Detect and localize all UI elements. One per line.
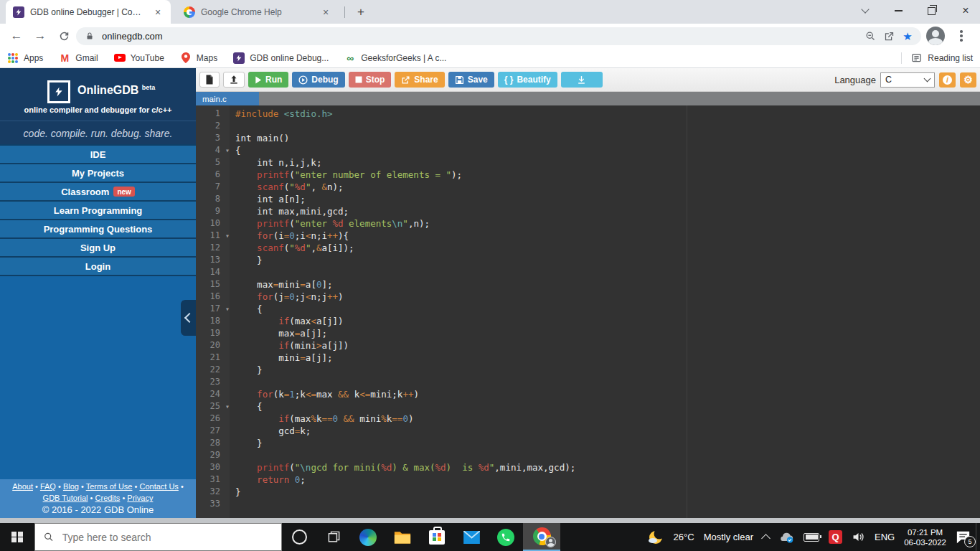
bookmark-youtube[interactable]: YouTube	[114, 52, 164, 64]
bookmark-gdb[interactable]: GDB online Debug...	[233, 52, 329, 64]
address-bar[interactable]: onlinegdb.com ★	[76, 27, 921, 45]
gutter-line-number[interactable]: 17▾	[196, 303, 230, 315]
code-line[interactable]: if(max<a[j])	[235, 315, 980, 327]
sidebar-item-classroom[interactable]: Classroomnew	[0, 182, 196, 200]
code-line[interactable]	[235, 376, 980, 388]
code-line[interactable]: printf("\ngcd for mini(%d) & max(%d) is …	[235, 461, 980, 474]
code-line[interactable]: for(k=1;k<=max && k<=mini;k++)	[235, 388, 980, 400]
debug-button[interactable]: Debug	[292, 72, 344, 88]
code-line[interactable]: mini=a[j];	[235, 352, 980, 364]
gutter-line-number[interactable]: 21	[196, 352, 230, 364]
profile-avatar[interactable]	[926, 27, 945, 45]
gutter-line-number[interactable]: 12	[196, 242, 230, 254]
sidebar-item-my-projects[interactable]: My Projects	[0, 163, 196, 182]
sidebar-footer-link[interactable]: GDB Tutorial	[43, 494, 88, 502]
gutter-line-number[interactable]: 2	[196, 120, 230, 132]
whatsapp-button[interactable]	[489, 523, 523, 551]
beautify-button[interactable]: { } Beautify	[498, 72, 557, 88]
sidebar-item-sign-up[interactable]: Sign Up	[0, 237, 196, 256]
code-line[interactable]: }	[235, 364, 980, 376]
sidebar-footer-link[interactable]: Credits	[95, 494, 121, 502]
sidebar-item-programming-questions[interactable]: Programming Questions	[0, 219, 196, 237]
bookmark-gmail[interactable]: M Gmail	[59, 52, 98, 64]
gutter-line-number[interactable]: 25▾	[196, 400, 230, 413]
code-line[interactable]	[235, 449, 980, 461]
editor-gutter[interactable]: 1234▾567891011▾121314151617▾181920212223…	[196, 105, 230, 518]
stop-button[interactable]: Stop	[349, 72, 392, 88]
gutter-line-number[interactable]: 13	[196, 254, 230, 266]
gutter-line-number[interactable]: 14	[196, 266, 230, 278]
code-line[interactable]: printf("enter %d elements\n",n);	[235, 217, 980, 230]
code-line[interactable]: {	[235, 303, 980, 315]
save-button[interactable]: Save	[448, 72, 494, 88]
language-select[interactable]: C	[880, 72, 935, 88]
gutter-line-number[interactable]: 23	[196, 376, 230, 388]
temperature-text[interactable]: 26°C	[674, 532, 694, 542]
code-line[interactable]	[235, 120, 980, 132]
code-line[interactable]: }	[235, 486, 980, 498]
sidebar-footer-link[interactable]: Blog	[63, 482, 79, 491]
gutter-line-number[interactable]: 20	[196, 339, 230, 352]
gutter-line-number[interactable]: 31	[196, 474, 230, 486]
code-line[interactable]: for(i=0;i<n;i++){	[235, 230, 980, 242]
zoom-out-icon[interactable]	[864, 30, 877, 43]
code-line[interactable]: gcd=k;	[235, 425, 980, 437]
download-button[interactable]	[561, 72, 603, 88]
taskbar-clock[interactable]: 07:21 PM 06-03-2022	[904, 527, 946, 547]
task-view-button[interactable]	[316, 523, 351, 551]
bookmark-maps[interactable]: Maps	[180, 52, 217, 64]
upload-file-button[interactable]	[223, 72, 245, 88]
taskbar-search-box[interactable]	[34, 523, 282, 551]
weather-moon-icon[interactable]	[646, 528, 664, 547]
cortana-button[interactable]	[282, 523, 316, 551]
tab-close-icon[interactable]: ×	[320, 6, 331, 18]
tray-chevron-up-icon[interactable]	[761, 534, 771, 543]
code-line[interactable]: int a[n];	[235, 193, 980, 205]
action-center-button[interactable]: 5	[956, 530, 971, 545]
sidebar-item-login[interactable]: Login	[0, 256, 196, 276]
gutter-line-number[interactable]: 15	[196, 278, 230, 291]
window-minimize-button[interactable]	[884, 0, 913, 22]
gutter-line-number[interactable]: 18	[196, 315, 230, 327]
show-desktop-button[interactable]	[976, 523, 980, 551]
forward-icon[interactable]: →	[31, 27, 50, 45]
microsoft-store-button[interactable]	[420, 523, 454, 551]
code-line[interactable]	[235, 498, 980, 510]
bookmark-apps[interactable]: Apps	[7, 52, 43, 64]
speaker-icon[interactable]	[852, 531, 865, 543]
settings-button[interactable]: ⚙	[960, 72, 976, 88]
gutter-line-number[interactable]: 8	[196, 193, 230, 205]
code-line[interactable]: for(j=0;j<n;j++)	[235, 291, 980, 303]
sidebar-footer-link[interactable]: Contact Us	[139, 482, 178, 491]
gutter-line-number[interactable]: 11▾	[196, 230, 230, 242]
sidebar-footer-link[interactable]: About	[12, 482, 33, 491]
code-line[interactable]: int main()	[235, 132, 980, 144]
share-button[interactable]: Share	[395, 72, 444, 88]
url-text[interactable]: onlinegdb.com	[102, 31, 858, 42]
gutter-line-number[interactable]: 30	[196, 461, 230, 474]
edge-button[interactable]	[351, 523, 385, 551]
quick-heal-icon[interactable]: Q	[829, 530, 842, 544]
gutter-line-number[interactable]: 24	[196, 388, 230, 400]
sidebar-item-ide[interactable]: IDE	[0, 144, 196, 163]
mail-button[interactable]	[454, 523, 489, 551]
new-tab-button[interactable]: +	[353, 4, 369, 20]
gutter-line-number[interactable]: 3	[196, 132, 230, 144]
code-line[interactable]: }	[235, 437, 980, 449]
code-line[interactable]: if(mini>a[j])	[235, 339, 980, 352]
code-line[interactable]: max=a[j];	[235, 327, 980, 339]
page-horizontal-scrollbar[interactable]	[0, 518, 980, 523]
gutter-line-number[interactable]: 26	[196, 413, 230, 425]
code-line[interactable]: }	[235, 254, 980, 266]
gutter-line-number[interactable]: 28	[196, 437, 230, 449]
new-file-button[interactable]	[199, 72, 220, 88]
window-close-button[interactable]: ×	[951, 0, 980, 22]
window-restore-button[interactable]	[917, 0, 946, 22]
sidebar-collapse-button[interactable]	[181, 300, 196, 336]
battery-icon[interactable]	[804, 533, 819, 542]
code-line[interactable]: #include <stdio.h>	[235, 108, 980, 120]
code-line[interactable]: int n,i,j,k;	[235, 156, 980, 169]
gutter-line-number[interactable]: 33	[196, 498, 230, 510]
bookmark-star-icon[interactable]: ★	[901, 30, 914, 43]
gutter-line-number[interactable]: 6	[196, 169, 230, 181]
